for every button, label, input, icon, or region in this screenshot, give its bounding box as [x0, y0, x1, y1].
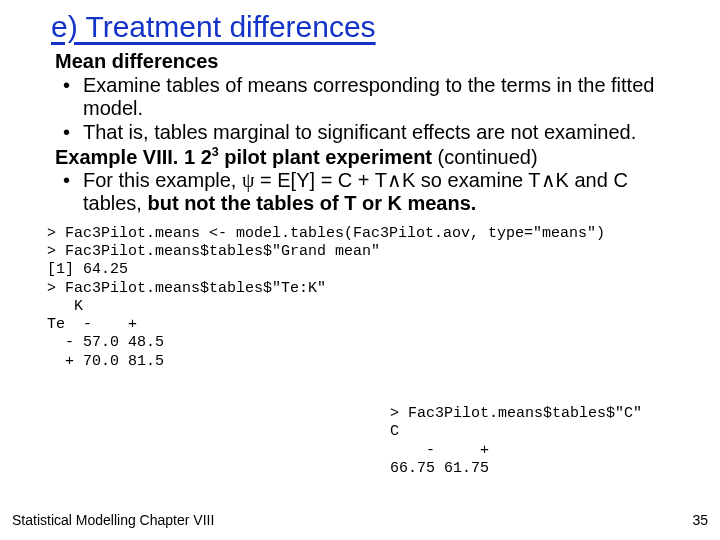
- page-number: 35: [692, 512, 708, 528]
- list-item: Examine tables of means corresponding to…: [55, 74, 680, 120]
- code-output-left: > Fac3Pilot.means <- model.tables(Fac3Pi…: [47, 225, 680, 371]
- text-fragment: For this example,: [83, 169, 242, 191]
- list-item: That is, tables marginal to significant …: [55, 121, 680, 144]
- text-fragment: = E[Y] = C + T: [254, 169, 386, 191]
- wedge-symbol: ∧: [541, 169, 556, 191]
- text-fragment: K so examine T: [402, 169, 541, 191]
- bullet-list-2: For this example, ψ = E[Y] = C + T∧K so …: [55, 169, 680, 215]
- code-output-right: > Fac3Pilot.means$tables$"C" C - + 66.75…: [390, 405, 642, 478]
- wedge-symbol: ∧: [387, 169, 402, 191]
- example-continued: (continued): [432, 146, 538, 168]
- section-heading: e) Treatment differences: [51, 10, 680, 44]
- example-label: Example VIII. 1 2: [55, 146, 212, 168]
- footer-chapter: Statistical Modelling Chapter VIII: [12, 512, 214, 528]
- list-item: For this example, ψ = E[Y] = C + T∧K so …: [55, 169, 680, 215]
- example-suffix: pilot plant experiment: [219, 146, 432, 168]
- psi-symbol: ψ: [242, 169, 255, 191]
- example-title: Example VIII. 1 23 pilot plant experimen…: [55, 145, 680, 169]
- bullet-list: Examine tables of means corresponding to…: [55, 74, 680, 144]
- bold-text: but not the tables of T or K means.: [147, 192, 476, 214]
- subheading: Mean differences: [55, 50, 680, 73]
- example-superscript: 3: [212, 145, 219, 159]
